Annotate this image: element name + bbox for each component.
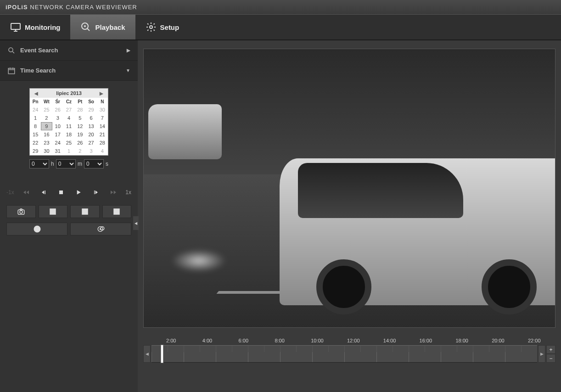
cal-day[interactable]: 25: [63, 139, 74, 147]
cal-day[interactable]: 13: [85, 122, 96, 130]
cal-day[interactable]: 16: [41, 130, 52, 139]
cal-day[interactable]: 22: [30, 139, 41, 147]
capture-button[interactable]: [6, 205, 36, 218]
cal-day[interactable]: 15: [30, 130, 41, 139]
play-button[interactable]: [72, 186, 85, 199]
cal-day[interactable]: 18: [63, 130, 74, 139]
cal-day[interactable]: 2: [41, 114, 52, 122]
cal-day[interactable]: 4: [97, 147, 108, 155]
timeline: 2:004:006:008:0010:0012:0014:0016:0018:0…: [143, 338, 555, 363]
brand-text: iPOLiS NETWORK CAMERA WEBVIEWER: [6, 4, 137, 11]
chevron-right-icon: ▶: [127, 48, 130, 53]
timeline-zoom-in[interactable]: +: [546, 345, 555, 354]
tab-monitoring[interactable]: Monitoring: [0, 15, 70, 39]
cal-day[interactable]: 29: [85, 106, 96, 114]
actual-size-button[interactable]: 1:1: [70, 205, 100, 218]
fit-screen-button[interactable]: [39, 205, 68, 218]
cal-day-header: Wt: [41, 98, 52, 106]
step-back-button[interactable]: [37, 186, 50, 199]
gear-icon: [146, 22, 157, 33]
svg-rect-5: [8, 68, 15, 73]
cal-day[interactable]: 3: [52, 114, 63, 122]
cal-day[interactable]: 14: [97, 122, 108, 130]
cal-day-header: N: [97, 98, 108, 106]
cal-day[interactable]: 11: [63, 122, 74, 130]
cal-day[interactable]: 26: [74, 139, 85, 147]
cal-day[interactable]: 1: [30, 114, 41, 122]
cal-day[interactable]: 20: [85, 130, 96, 139]
hour-select[interactable]: 0: [29, 159, 49, 168]
cal-day[interactable]: 27: [63, 106, 74, 114]
cal-day[interactable]: 1: [63, 147, 74, 155]
step-forward-button[interactable]: [90, 186, 102, 199]
cal-day[interactable]: 24: [30, 106, 41, 114]
tab-setup[interactable]: Setup: [135, 15, 190, 39]
time-search-header[interactable]: Time Search ▼: [0, 61, 138, 81]
cal-day-header: Śr: [52, 98, 63, 106]
cal-day[interactable]: 26: [52, 106, 63, 114]
cal-day[interactable]: 9: [41, 122, 52, 130]
cal-day[interactable]: 2: [74, 147, 85, 155]
cal-day-header: Cz: [63, 98, 74, 106]
fast-forward-button[interactable]: [107, 186, 120, 199]
tab-playback[interactable]: Playback: [70, 15, 135, 39]
sidebar-collapse-handle[interactable]: ◀: [133, 216, 139, 230]
cal-day[interactable]: 28: [74, 106, 85, 114]
cal-day[interactable]: 21: [97, 130, 108, 139]
sidebar: Event Search ▶ Time Search ▼ ◀ lipiec 20…: [0, 40, 138, 392]
event-search-label: Event Search: [20, 47, 58, 54]
timeline-track[interactable]: [151, 345, 537, 363]
cal-day[interactable]: 25: [41, 106, 52, 114]
cal-day-header: So: [85, 98, 96, 106]
cal-day[interactable]: 7: [97, 114, 108, 122]
cal-day[interactable]: 29: [30, 147, 41, 155]
svg-point-8: [20, 211, 22, 213]
monitor-icon: [10, 22, 21, 33]
cal-day[interactable]: 3: [85, 147, 96, 155]
minute-select[interactable]: 0: [56, 159, 76, 168]
chevron-down-icon: ▼: [126, 68, 130, 73]
timeline-labels: 2:004:006:008:0010:0012:0014:0016:0018:0…: [143, 338, 555, 343]
cal-day[interactable]: 17: [52, 130, 63, 139]
cal-day[interactable]: 27: [85, 139, 96, 147]
fast-rewind-button[interactable]: [20, 186, 33, 199]
time-search-panel: ◀ lipiec 2013 ▶ PnWtŚrCzPtSoN24252627282…: [0, 81, 138, 176]
second-select[interactable]: 0: [84, 159, 104, 168]
app-header: iPOLiS NETWORK CAMERA WEBVIEWER: [0, 0, 561, 15]
info-button[interactable]: [6, 223, 67, 235]
timeline-cursor[interactable]: [161, 345, 163, 363]
video-viewport[interactable]: [143, 49, 555, 328]
cal-day[interactable]: 10: [52, 122, 63, 130]
tab-monitoring-label: Monitoring: [25, 23, 60, 31]
stop-button[interactable]: [55, 186, 67, 199]
timeline-prev[interactable]: ◀: [143, 345, 151, 363]
search-icon: [7, 46, 16, 55]
fullscreen-button[interactable]: [102, 205, 132, 218]
cal-next[interactable]: ▶: [98, 91, 105, 96]
cal-day[interactable]: 28: [97, 139, 108, 147]
speed-back-label: -1x: [6, 189, 14, 196]
event-search-header[interactable]: Event Search ▶: [0, 40, 138, 61]
cal-day[interactable]: 12: [74, 122, 85, 130]
content-area: 2:004:006:008:0010:0012:0014:0016:0018:0…: [138, 40, 561, 392]
timeline-next[interactable]: ▶: [538, 345, 545, 363]
cal-day[interactable]: 4: [63, 114, 74, 122]
cal-day[interactable]: 24: [52, 139, 63, 147]
cal-prev[interactable]: ◀: [33, 91, 40, 96]
calendar-icon: [7, 67, 16, 75]
time-search-label: Time Search: [20, 67, 56, 74]
cal-day[interactable]: 8: [30, 122, 41, 130]
video-frame: [144, 49, 555, 327]
time-selects: 0h 0m 0s: [29, 159, 108, 168]
cal-day[interactable]: 6: [85, 114, 96, 122]
cal-day[interactable]: 30: [97, 106, 108, 114]
timeline-zoom-out[interactable]: −: [546, 354, 555, 363]
backup-button[interactable]: [70, 223, 131, 235]
cal-day[interactable]: 23: [41, 139, 52, 147]
main-tabs: Monitoring Playback Setup: [0, 15, 561, 40]
cal-day[interactable]: 19: [74, 130, 85, 139]
cal-day[interactable]: 31: [52, 147, 63, 155]
cal-day[interactable]: 30: [41, 147, 52, 155]
cal-day[interactable]: 5: [74, 114, 85, 122]
svg-rect-0: [11, 23, 20, 29]
